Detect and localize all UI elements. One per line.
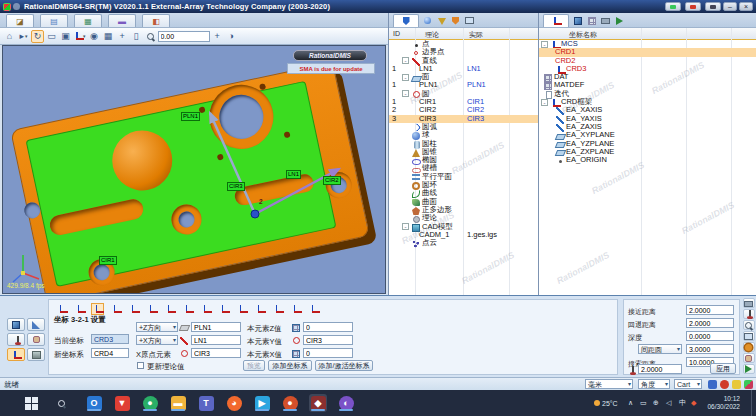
ribbon-tab-communicate[interactable]: ▬ [108, 14, 136, 27]
feature-tree-row[interactable]: -直线 [389, 57, 538, 65]
warning-status-icon[interactable] [732, 380, 741, 389]
view-orientation-button[interactable]: ▾ [73, 30, 87, 43]
taskbar-clock[interactable]: 10:12 06/30/2022 [707, 395, 740, 411]
feature-tool-monitor[interactable] [464, 15, 475, 26]
feature-tool-funnel[interactable] [436, 15, 447, 26]
x-value-field[interactable] [303, 348, 353, 358]
home-view-button[interactable]: ⌂ [3, 30, 16, 43]
taskbar-app-firefox[interactable]: ◕ [225, 394, 243, 412]
record-status-icon[interactable] [720, 380, 729, 389]
feature-tree-row[interactable]: 圆柱 [389, 140, 538, 148]
coordinate-mode-select[interactable]: Cart [674, 379, 702, 389]
preview-button[interactable]: 预览 [243, 360, 265, 371]
machine-control-button[interactable] [27, 348, 45, 361]
feature-tree-row[interactable]: 曲面 [389, 198, 538, 206]
update-theory-checkbox[interactable] [137, 362, 144, 369]
expand-toggle[interactable]: - [541, 99, 548, 106]
ribbon-tab-appearance[interactable]: ◧ [142, 14, 170, 27]
x-direction-select[interactable]: +X方向 [136, 335, 178, 345]
apply-button[interactable]: 应用 [710, 363, 736, 374]
move-element-button[interactable]: + [211, 30, 224, 43]
y-value-field[interactable] [303, 335, 353, 345]
camera-tool-button[interactable] [743, 298, 755, 308]
length-unit-select[interactable]: 毫米 [585, 379, 633, 389]
zoom-scale-input[interactable] [158, 31, 210, 42]
weather-widget[interactable]: 25°C [594, 390, 618, 416]
3d-viewport[interactable]: 2 PLN1CIR3LN1CIR2CIR1 429.9/8.4 fps Rati… [2, 45, 386, 294]
probe-tip-field[interactable] [638, 364, 682, 374]
feature-tree-row[interactable]: 点 [389, 40, 538, 48]
construct-element-button[interactable] [27, 318, 45, 331]
coord-save-button[interactable] [289, 303, 302, 315]
pan-view-button[interactable]: + [116, 30, 129, 43]
coordinate-tab-active[interactable] [543, 14, 569, 27]
feature-tree-row[interactable]: -CAD模型 [389, 223, 538, 231]
add-coordinate-button[interactable]: 添加坐标系 [268, 360, 312, 371]
start-button[interactable] [22, 394, 40, 412]
x-element-field[interactable] [191, 335, 241, 345]
feature-tree-row[interactable]: 曲线 [389, 189, 538, 197]
feature-label-cir3[interactable]: CIR3 [227, 182, 245, 191]
taskbar-app-rationaldmis-app[interactable]: ◆ [309, 394, 327, 412]
coord-part-button[interactable] [271, 303, 284, 315]
probe-manager-button[interactable] [7, 333, 25, 346]
tray-monitor-icon[interactable]: ▭ [640, 390, 647, 416]
feature-tree-row[interactable]: 3CIR3CIR3 [389, 115, 538, 123]
feature-tree-row[interactable]: CADM_11.ges.igs [389, 231, 538, 239]
expand-toggle[interactable]: - [402, 223, 409, 230]
probe-param-field[interactable] [686, 344, 734, 354]
feature-tree-row[interactable]: -面 [389, 73, 538, 81]
coord-six-point-button[interactable] [127, 303, 140, 315]
feature-label-ln1[interactable]: LN1 [286, 170, 301, 179]
pendant-view-button[interactable] [665, 2, 681, 11]
feature-tree-row[interactable]: 2CIR2CIR2 [389, 106, 538, 114]
taskbar-app-app-planet[interactable]: ◐ [337, 394, 355, 412]
feature-tree-row[interactable]: 键槽 [389, 164, 538, 172]
taskbar-app-security-shield[interactable]: ▼ [113, 394, 131, 412]
quick-access-icon[interactable] [13, 3, 20, 10]
origin-element-field[interactable] [191, 348, 241, 358]
feature-label-cir2[interactable]: CIR2 [323, 176, 341, 185]
element-measure-button[interactable] [7, 318, 25, 331]
tray-chevron[interactable]: ∧ [628, 390, 633, 416]
z-value-field[interactable] [303, 322, 353, 332]
z-element-field[interactable] [191, 322, 241, 332]
feature-tree-row[interactable]: 正多边形 [389, 206, 538, 214]
coord-plane-circle-circle-button[interactable] [73, 303, 86, 315]
feature-tree-row[interactable]: 椭圆 [389, 156, 538, 164]
taskbar-app-app-red-ball[interactable]: ● [281, 394, 299, 412]
clearance-circle-select[interactable]: 间距圆 [638, 344, 682, 354]
zoom-scale-button[interactable] [144, 30, 157, 43]
coord-best-fit-button[interactable] [163, 303, 176, 315]
ribbon-tab-measure[interactable]: ◪ [6, 14, 34, 27]
coord-plane-axis-button[interactable] [109, 303, 122, 315]
coordinate-system-button[interactable] [7, 348, 25, 361]
taskbar-app-file-explorer[interactable]: ▬ [169, 394, 187, 412]
coord-machine-button[interactable] [253, 303, 266, 315]
feature-label-pln1[interactable]: PLN1 [181, 112, 200, 121]
feature-tree-row[interactable]: 边界点 [389, 48, 538, 56]
render-colors-button[interactable]: ▦ [102, 30, 115, 43]
coordinate-tree-row[interactable]: CRD3 [539, 65, 756, 73]
orbit-rotate-button[interactable]: ↻ [31, 30, 44, 43]
ribbon-tab-report[interactable]: ▦ [74, 14, 102, 27]
coord-plane-line-point-button[interactable] [55, 303, 68, 315]
coord-activate-button[interactable] [307, 303, 320, 315]
probe-param-field[interactable] [686, 318, 734, 328]
probe-tools-button[interactable]: ◑ [225, 30, 238, 43]
coordinate-tool-export[interactable] [614, 15, 625, 26]
layout-status-icon[interactable] [744, 380, 753, 389]
tray-volume-icon[interactable]: ◁ [666, 390, 671, 416]
select-cursor-button[interactable]: ▸▾ [17, 30, 30, 43]
feature-tab-active[interactable] [393, 14, 419, 27]
joystick-status-icon[interactable] [708, 380, 717, 389]
gear-tool-button[interactable] [743, 342, 755, 352]
feature-tree-row[interactable]: 1PLN1PLN1 [389, 81, 538, 89]
z-direction-select[interactable]: +Z方向 [136, 322, 178, 332]
feature-tree-row[interactable]: -圆 [389, 90, 538, 98]
probe-status-button[interactable] [685, 2, 701, 11]
probe-tool-button[interactable] [743, 309, 755, 319]
coordinate-tree-row[interactable]: EA_ORIGIN [539, 156, 756, 164]
taskbar-app-teams[interactable]: T [197, 394, 215, 412]
export-tool-button[interactable] [743, 364, 755, 374]
